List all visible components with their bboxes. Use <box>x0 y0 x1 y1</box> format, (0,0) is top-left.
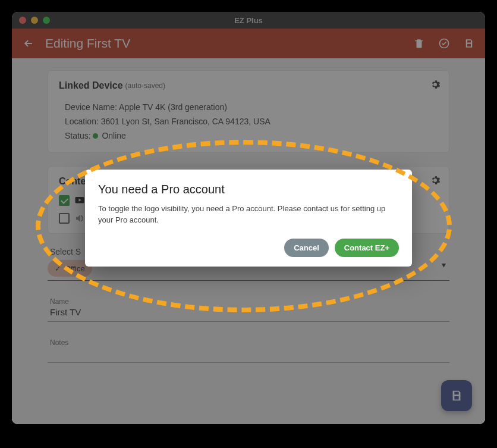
contact-button[interactable]: Contact EZ+ <box>335 239 399 257</box>
pro-account-dialog: You need a Pro account To toggle the log… <box>85 170 412 266</box>
dialog-title: You need a Pro account <box>98 183 399 196</box>
modal-overlay[interactable]: You need a Pro account To toggle the log… <box>12 12 485 424</box>
cancel-button[interactable]: Cancel <box>284 239 329 257</box>
app-window: EZ Plus Editing First TV Linked Device (… <box>12 12 485 424</box>
dialog-body: To toggle the logo visibility, you need … <box>98 203 399 225</box>
dialog-actions: Cancel Contact EZ+ <box>98 239 399 257</box>
